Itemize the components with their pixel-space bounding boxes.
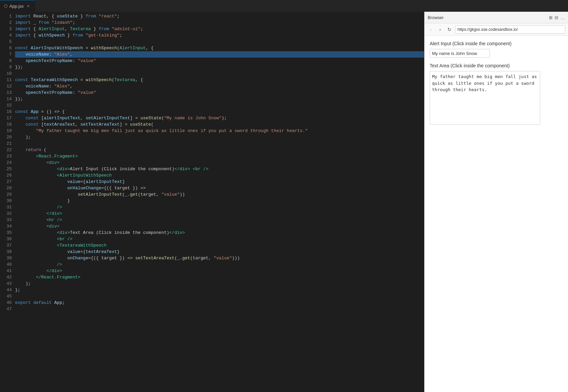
line-numbers: 1234567891011121314151617181920212223242…: [0, 12, 15, 392]
code-line: <div>Text Area (Click inside the compone…: [15, 230, 424, 236]
code-line: [15, 102, 424, 109]
code-line: />: [15, 261, 424, 268]
tab-label: App.jsx: [9, 4, 24, 9]
alert-input-section: Alert Input (Click inside the component): [430, 41, 563, 63]
textarea-section: Text Area (Click inside the component): [430, 63, 563, 126]
code-line: voiceName: "Alex",: [15, 83, 424, 89]
tab-close-button[interactable]: ×: [26, 3, 31, 9]
code-line: <TextareaWithSpeech: [15, 242, 424, 249]
code-line: }: [15, 198, 424, 204]
code-line: const App = () => {: [15, 109, 424, 115]
code-line: const AlertInputWithSpeech = withSpeech(…: [15, 45, 424, 51]
text-area-field[interactable]: [430, 71, 540, 125]
code-line: );: [15, 280, 424, 287]
code-line: setAlertInputText(_.get(target, "value")…: [15, 191, 424, 198]
code-line: const TextareaWithSpeech = withSpeech(Te…: [15, 77, 424, 83]
jsx-file-icon: ⬡: [4, 4, 7, 8]
code-line: return (: [15, 147, 424, 153]
code-line: />: [15, 204, 424, 210]
browser-content: Alert Input (Click inside the component)…: [424, 36, 568, 392]
back-button[interactable]: ‹: [427, 26, 434, 33]
browser-nav-bar: ‹ › ↻ https://gkgxs.sse.codesandbox.io/: [424, 23, 568, 36]
code-line: speechTextPropName: "value": [15, 89, 424, 96]
main-content: 1234567891011121314151617181920212223242…: [0, 12, 568, 392]
code-line: });: [15, 96, 424, 102]
code-line: <div>: [15, 159, 424, 166]
browser-header: Browser ⊞ ⊟ …: [424, 12, 568, 23]
code-line: <hr />: [15, 217, 424, 223]
active-tab[interactable]: ⬡ App.jsx ×: [0, 0, 35, 12]
code-line: [15, 140, 424, 147]
textarea-title: Text Area (Click inside the component): [430, 63, 563, 68]
code-line: [15, 306, 424, 312]
code-line: };: [15, 287, 424, 293]
alert-input-title: Alert Input (Click inside the component): [430, 41, 563, 46]
browser-title: Browser: [428, 15, 444, 20]
code-line: onValueChange={({ target }) =>: [15, 185, 424, 191]
refresh-button[interactable]: ↻: [446, 26, 453, 33]
code-line: value={textAreaText}: [15, 249, 424, 255]
more-options-icon[interactable]: …: [560, 15, 565, 20]
tab-bar: ⬡ App.jsx ×: [0, 0, 568, 12]
split-view-icon[interactable]: ⊟: [555, 15, 558, 20]
code-line: [15, 70, 424, 77]
code-line: import _ from "lodash";: [15, 19, 424, 26]
code-line: onChange={({ target }) => setTextAreaTex…: [15, 255, 424, 261]
code-line: value={alertInputText}: [15, 179, 424, 185]
forward-button[interactable]: ›: [436, 26, 444, 33]
code-line: "My father taught me big men fall just a…: [15, 128, 424, 134]
code-line: speechTextPropName: "value": [15, 58, 424, 64]
code-line: <React.Fragment>: [15, 153, 424, 159]
editor-area: 1234567891011121314151617181920212223242…: [0, 12, 424, 392]
code-line: [15, 293, 424, 300]
browser-panel: Browser ⊞ ⊟ … ‹ › ↻ https://gkgxs.sse.co…: [424, 12, 568, 392]
code-line: );: [15, 134, 424, 140]
code-line: const [alertInputText, setAlertInputText…: [15, 115, 424, 121]
code-line: </React.Fragment>: [15, 274, 424, 280]
code-line: import React, { useState } from "react";: [15, 13, 424, 19]
url-text: https://gkgxs.sse.codesandbox.io/: [457, 27, 518, 32]
code-line: const [textAreaText, setTextAreaText] = …: [15, 121, 424, 128]
code-line: <br />: [15, 236, 424, 242]
code-line: </div>: [15, 268, 424, 274]
alert-input-field[interactable]: [430, 49, 490, 58]
code-line: </div>: [15, 210, 424, 217]
code-line: });: [15, 64, 424, 70]
grid-view-icon[interactable]: ⊞: [549, 15, 553, 20]
code-line: <AlertInputWithSpeech: [15, 172, 424, 179]
code-line: import { AlertInput, Textarea } from "ad…: [15, 26, 424, 32]
code-line: <div>Alert Input (Click inside the compo…: [15, 166, 424, 172]
code-line: import { withSpeech } from "get-talking"…: [15, 32, 424, 39]
code-line: voiceName: "Alex",: [15, 51, 424, 58]
code-content[interactable]: import React, { useState } from "react";…: [15, 12, 424, 392]
code-line: [15, 39, 424, 45]
url-bar[interactable]: https://gkgxs.sse.codesandbox.io/: [455, 25, 565, 34]
code-line: export default App;: [15, 300, 424, 306]
code-line: <div>: [15, 223, 424, 230]
